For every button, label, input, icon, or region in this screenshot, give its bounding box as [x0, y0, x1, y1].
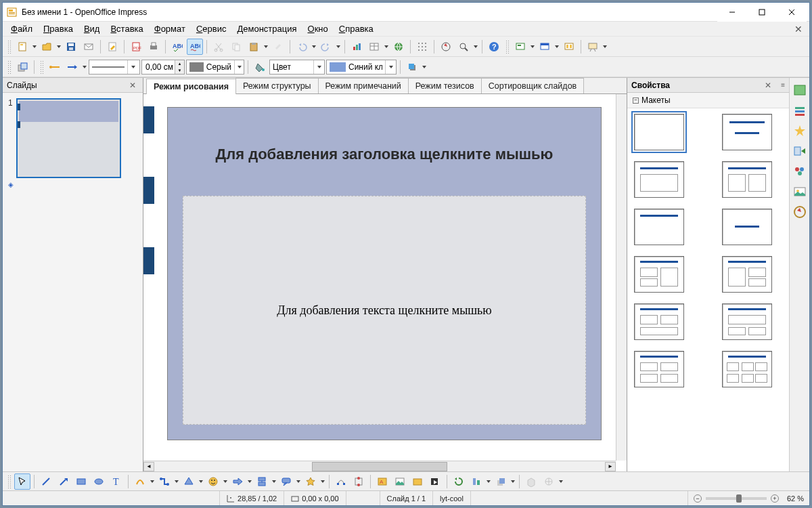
zoom-slider-track[interactable] — [706, 497, 767, 500]
menu-edit[interactable]: Правка — [38, 22, 78, 35]
menu-insert[interactable]: Вставка — [105, 22, 148, 35]
layout-2over1[interactable] — [634, 303, 684, 340]
paste-dropdown[interactable] — [263, 39, 269, 55]
toolbar-grip[interactable] — [7, 40, 11, 54]
zoom-icon[interactable] — [455, 39, 472, 55]
open-dropdown[interactable] — [56, 39, 62, 55]
layouts-section-header[interactable]: − Макеты — [627, 93, 789, 108]
format-paintbrush-icon[interactable] — [270, 39, 286, 55]
extrusion-icon[interactable] — [523, 473, 539, 490]
zoom-value[interactable]: 62 % — [787, 494, 804, 503]
tab-notes[interactable]: Режим примечаний — [318, 78, 409, 93]
callout-icon[interactable] — [278, 473, 294, 490]
print-icon[interactable] — [145, 39, 162, 55]
slide-icon[interactable] — [512, 39, 528, 55]
arrow-style-icon[interactable] — [64, 59, 81, 75]
menu-view[interactable]: Вид — [78, 22, 106, 35]
grid-icon[interactable] — [414, 39, 430, 55]
hyperlink-icon[interactable] — [390, 39, 407, 55]
layout-3boxes-a[interactable] — [634, 256, 684, 293]
rectangle-tool-icon[interactable] — [73, 473, 89, 490]
line-width-input[interactable] — [142, 62, 175, 72]
basic-shapes-icon[interactable] — [181, 473, 197, 490]
ellipse-tool-icon[interactable] — [91, 473, 107, 490]
fill-color-combo[interactable]: Синий кла — [326, 60, 397, 75]
export-pdf-icon[interactable]: PDF — [128, 39, 144, 55]
menu-file[interactable]: Файл — [5, 22, 38, 35]
block-arrows-icon[interactable] — [229, 473, 246, 490]
navigator-icon[interactable] — [438, 39, 454, 55]
line-style-combo[interactable] — [89, 60, 140, 75]
title-placeholder[interactable]: Для добавления заголовка щелкните мышью — [168, 146, 601, 163]
from-file-icon[interactable] — [392, 473, 408, 490]
line-tool-icon[interactable] — [38, 473, 54, 490]
layout-3boxes-b[interactable] — [722, 256, 772, 293]
layout-title-content[interactable] — [634, 161, 684, 198]
chart-icon[interactable] — [348, 39, 365, 55]
layout-blank[interactable] — [634, 114, 684, 150]
fill-bucket-icon[interactable] — [252, 59, 268, 75]
dock-master-icon[interactable] — [793, 104, 807, 117]
menu-tools[interactable]: Сервис — [191, 22, 232, 35]
rotate-icon[interactable] — [451, 473, 467, 490]
connector-tool-icon[interactable] — [156, 473, 173, 490]
open-icon[interactable] — [39, 39, 55, 55]
presentation-icon[interactable] — [585, 39, 601, 55]
gallery-btn-icon[interactable] — [409, 473, 426, 490]
panel-menu-icon[interactable]: ≡ — [781, 81, 785, 89]
vertical-scrollbar[interactable] — [616, 94, 627, 461]
arrange-icon[interactable] — [14, 59, 30, 75]
slide-layout-icon[interactable] — [561, 39, 577, 55]
glue-points-icon[interactable] — [351, 473, 367, 490]
fill-type-combo[interactable]: Цвет — [269, 60, 325, 75]
zoom-control[interactable]: − + 62 % — [688, 494, 809, 503]
select-tool-icon[interactable] — [14, 473, 30, 490]
dock-navigator-icon[interactable] — [793, 205, 807, 219]
zoom-out-icon[interactable]: − — [694, 494, 702, 503]
dock-animation-icon[interactable] — [793, 124, 807, 137]
layout-title-only[interactable] — [634, 209, 684, 245]
close-button[interactable] — [777, 3, 807, 22]
dock-styles-icon[interactable] — [793, 165, 807, 178]
tab-sorter[interactable]: Сортировщик слайдов — [481, 78, 584, 93]
layout-6boxes[interactable] — [722, 351, 772, 387]
arrange-obj-icon[interactable] — [493, 473, 509, 490]
close-panel-icon[interactable]: ✕ — [762, 81, 774, 90]
interaction-icon[interactable] — [541, 473, 557, 490]
canvas[interactable]: Для добавления заголовка щелкните мышью … — [143, 94, 627, 471]
table-icon[interactable] — [366, 39, 382, 55]
curve-tool-icon[interactable] — [132, 473, 148, 490]
points-edit-icon[interactable] — [333, 473, 349, 490]
copy-icon[interactable] — [228, 39, 244, 55]
menu-help[interactable]: Справка — [334, 22, 379, 35]
tab-handout[interactable]: Режим тезисов — [408, 78, 482, 93]
content-placeholder[interactable]: Для добавления текста щелкните мышью — [183, 196, 586, 425]
layout-1over2[interactable] — [722, 303, 772, 340]
stars-icon[interactable] — [302, 473, 319, 490]
dock-properties-icon[interactable] — [793, 83, 807, 97]
minimize-button[interactable] — [717, 3, 747, 22]
close-panel-icon[interactable]: ✕ — [127, 81, 139, 90]
slide-thumbnail[interactable] — [16, 98, 121, 178]
dock-gallery-icon[interactable] — [793, 185, 807, 198]
line-color-combo[interactable]: Серый — [186, 60, 244, 75]
tab-drawing[interactable]: Режим рисования — [146, 79, 236, 94]
layout-two-content[interactable] — [722, 161, 772, 198]
layout-4boxes[interactable] — [634, 351, 684, 387]
email-icon[interactable] — [81, 39, 97, 55]
dock-transition-icon[interactable] — [793, 144, 807, 158]
line-width-spinner[interactable]: ▲▼ — [141, 60, 185, 75]
help-icon[interactable]: ? — [486, 39, 502, 55]
media-icon[interactable] — [427, 473, 443, 490]
new-dropdown[interactable] — [32, 39, 37, 55]
menu-format[interactable]: Формат — [149, 22, 191, 35]
symbol-shapes-icon[interactable] — [205, 473, 221, 490]
spellcheck-icon[interactable]: ABC — [169, 39, 185, 55]
redo-icon[interactable] — [318, 39, 334, 55]
menu-window[interactable]: Окно — [302, 22, 334, 35]
fontwork-icon[interactable]: A — [374, 473, 390, 490]
edit-icon[interactable] — [104, 39, 120, 55]
toolbar-overflow[interactable] — [422, 59, 427, 75]
zoom-in-icon[interactable]: + — [771, 494, 779, 503]
paste-icon[interactable] — [246, 39, 262, 55]
